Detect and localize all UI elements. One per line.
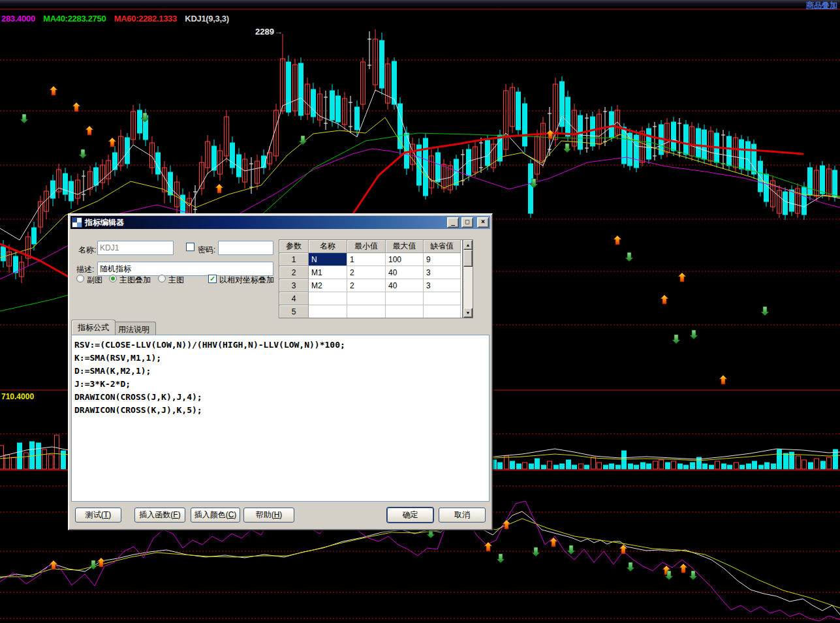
param-table-header: 最大值 xyxy=(386,240,424,253)
radio-main-overlay-label[interactable]: 主图叠加 xyxy=(119,275,151,286)
formula-editor[interactable]: RSV:=(CLOSE-LLV(LOW,N))/(HHV(HIGH,N)-LLV… xyxy=(71,335,490,502)
param-cell[interactable]: 40 xyxy=(386,279,424,292)
param-cell[interactable] xyxy=(424,292,461,305)
ma20-value: 283.4000 xyxy=(1,14,35,23)
ma60-value: MA60:2282.1333 xyxy=(114,14,177,23)
name-label: 名称: xyxy=(78,245,96,256)
insert-function-button[interactable]: 插入函数(F) xyxy=(134,508,185,523)
param-cell[interactable]: 3 xyxy=(424,266,461,279)
radio-subchart[interactable] xyxy=(76,275,84,282)
tab-formula[interactable]: 指标公式 xyxy=(71,320,116,335)
ok-button[interactable]: 确定 xyxy=(387,508,433,523)
param-cell[interactable] xyxy=(347,305,386,318)
param-cell[interactable]: 40 xyxy=(386,266,424,279)
kdj-indicator-label: KDJ1(9,3,3) xyxy=(185,14,229,23)
formula-line[interactable]: DRAWICON(CROSS(J,K),J,4); xyxy=(74,391,489,404)
param-cell[interactable]: 9 xyxy=(424,253,461,266)
password-label: 密码: xyxy=(198,245,215,256)
tab-usage[interactable]: 用法说明 xyxy=(112,322,156,335)
dialog-window-icon xyxy=(72,217,82,228)
volume-pane-value: 710.4000 xyxy=(1,392,34,401)
radio-mainchart[interactable] xyxy=(158,275,166,282)
insert-color-button[interactable]: 插入颜色(C) xyxy=(191,508,240,523)
param-cell[interactable]: 2 xyxy=(347,266,386,279)
indicator-value-bar: 283.4000 MA40:2283.2750 MA60:2282.1333 K… xyxy=(1,14,235,23)
formula-line[interactable]: DRAWICON(CROSS(K,J),K,5); xyxy=(74,404,489,417)
test-button[interactable]: 测试(T) xyxy=(75,508,121,523)
cancel-button[interactable]: 取消 xyxy=(439,508,486,523)
app-screen: 商品叠加 283.4000 MA40:2283.2750 MA60:2282.1… xyxy=(0,0,840,623)
password-checkbox[interactable] xyxy=(186,243,194,251)
minimize-icon[interactable]: _ xyxy=(447,217,459,228)
param-cell[interactable]: 100 xyxy=(386,253,424,266)
password-field[interactable] xyxy=(218,241,273,255)
scroll-up-icon[interactable]: ▲ xyxy=(463,240,473,250)
param-cell[interactable] xyxy=(309,292,347,305)
radio-main-overlay[interactable] xyxy=(109,275,117,282)
param-table-header: 缺省值 xyxy=(424,240,461,253)
description-field[interactable] xyxy=(97,262,273,276)
radio-subchart-label[interactable]: 副图 xyxy=(87,275,102,286)
price-peak-annotation: 2289→ xyxy=(255,27,283,37)
param-cell[interactable] xyxy=(347,292,386,305)
ma40-value: MA40:2283.2750 xyxy=(43,14,106,23)
param-cell[interactable]: 2 xyxy=(347,279,386,292)
dialog-title: 指标编辑器 xyxy=(85,217,444,228)
scrollbar-thumb[interactable] xyxy=(463,250,473,267)
relative-coord-label[interactable]: 以相对坐标叠加 xyxy=(219,275,274,286)
right-arrow-icon: → xyxy=(274,27,283,37)
param-cell[interactable] xyxy=(386,305,424,318)
top-bar: 商品叠加 xyxy=(0,0,840,8)
dialog-titlebar[interactable]: 指标编辑器 _ □ × xyxy=(70,216,490,229)
param-cell[interactable] xyxy=(309,305,347,318)
param-table-header: 最小值 xyxy=(347,240,386,253)
peak-value: 2289 xyxy=(255,27,274,37)
param-cell: 3 xyxy=(279,279,309,292)
param-cell[interactable]: N xyxy=(309,253,347,266)
help-button[interactable]: 帮助(H) xyxy=(243,508,294,523)
description-label: 描述: xyxy=(76,264,94,275)
param-cell[interactable]: M1 xyxy=(309,266,347,279)
param-table-header: 名称 xyxy=(309,240,347,253)
radio-mainchart-label[interactable]: 主图 xyxy=(168,275,184,286)
param-cell: 5 xyxy=(279,305,309,318)
overlay-commodity-link[interactable]: 商品叠加 xyxy=(806,0,837,11)
param-cell: 1 xyxy=(279,253,309,266)
param-cell[interactable]: 1 xyxy=(347,253,386,266)
param-cell[interactable]: 3 xyxy=(424,279,461,292)
param-table: 参数名称最小值最大值缺省值1N110092M124033M2240345 xyxy=(279,239,463,318)
param-cell[interactable]: M2 xyxy=(309,279,347,292)
param-cell[interactable] xyxy=(424,305,461,318)
relative-coord-checkbox[interactable]: ✓ xyxy=(208,275,217,283)
param-table-header: 参数 xyxy=(279,240,309,253)
indicator-editor-dialog: 指标编辑器 _ □ × 名称: 密码: 描述: 副图 主图叠加 主图 ✓ 以相对… xyxy=(68,213,493,530)
param-cell: 2 xyxy=(279,266,309,279)
formula-line[interactable]: K:=SMA(RSV,M1,1); xyxy=(74,352,489,365)
name-field[interactable] xyxy=(97,241,174,255)
formula-line[interactable]: RSV:=(CLOSE-LLV(LOW,N))/(HHV(HIGH,N)-LLV… xyxy=(74,339,489,352)
maximize-icon[interactable]: □ xyxy=(461,217,473,228)
formula-line[interactable]: D:=SMA(K,M2,1); xyxy=(74,365,489,378)
param-cell: 4 xyxy=(279,292,309,305)
close-icon[interactable]: × xyxy=(477,217,489,228)
scroll-down-icon[interactable]: ▼ xyxy=(463,308,473,318)
param-table-scrollbar[interactable]: ▲ ▼ xyxy=(463,239,473,318)
formula-line[interactable]: J:=3*K-2*D; xyxy=(74,378,489,391)
param-cell[interactable] xyxy=(386,292,424,305)
